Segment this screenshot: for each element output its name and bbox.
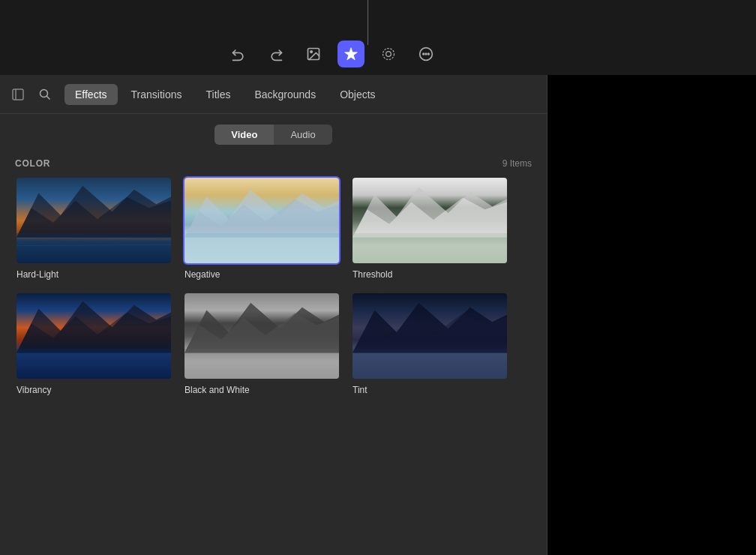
effects-panel: Effects Transitions Titles Backgrounds O…	[0, 75, 548, 555]
tab-effects[interactable]: Effects	[64, 84, 118, 105]
tab-objects[interactable]: Objects	[329, 84, 386, 105]
svg-line-11	[47, 96, 50, 99]
svg-rect-28	[184, 349, 339, 379]
color-section-title: COLOR	[15, 158, 50, 169]
effect-hard-light-label: Hard-Light	[15, 269, 172, 280]
effects-grid: Hard-Light Negative	[0, 176, 547, 410]
effect-vibrancy[interactable]: Vibrancy	[15, 292, 172, 395]
effect-black-and-white-label: Black and White	[183, 385, 340, 395]
effect-negative-thumbnail	[183, 176, 340, 265]
svg-rect-25	[16, 349, 171, 379]
media-button[interactable]	[300, 40, 327, 68]
right-panel	[548, 75, 756, 555]
effects-button[interactable]	[338, 40, 364, 68]
search-button[interactable]	[34, 84, 56, 105]
tab-transitions[interactable]: Transitions	[121, 84, 193, 105]
color-section-header: COLOR 9 Items	[0, 152, 547, 176]
more-button[interactable]	[412, 40, 440, 68]
svg-point-1	[310, 51, 313, 53]
svg-rect-31	[352, 349, 507, 379]
svg-rect-22	[352, 233, 507, 263]
svg-rect-19	[184, 233, 339, 263]
nav-bar: Effects Transitions Titles Backgrounds O…	[0, 75, 547, 114]
effect-tint-label: Tint	[351, 385, 508, 395]
svg-rect-14	[16, 233, 171, 263]
sidebar-toggle-button[interactable]	[8, 84, 28, 105]
toolbar-icon-row	[225, 40, 440, 68]
badge-button[interactable]	[375, 40, 402, 68]
effect-tint-thumbnail	[351, 292, 508, 380]
effect-vibrancy-thumbnail	[15, 292, 172, 380]
svg-point-3	[386, 52, 392, 57]
video-audio-toggle: Video Audio	[0, 114, 547, 152]
svg-point-6	[425, 53, 427, 55]
effect-threshold-thumbnail	[351, 176, 508, 265]
redo-button[interactable]	[262, 40, 290, 68]
effect-threshold[interactable]: Threshold	[351, 176, 508, 280]
video-toggle-button[interactable]: Video	[214, 124, 274, 145]
svg-point-5	[423, 53, 424, 55]
effect-negative[interactable]: Negative	[183, 176, 340, 280]
tab-titles[interactable]: Titles	[196, 84, 242, 105]
effect-negative-label: Negative	[183, 269, 340, 280]
color-section-count: 9 Items	[502, 158, 532, 169]
effect-black-and-white-thumbnail	[183, 292, 340, 380]
audio-toggle-button[interactable]: Audio	[274, 124, 332, 145]
vertical-connector-line	[368, 0, 368, 45]
top-toolbar	[0, 0, 756, 75]
effect-threshold-label: Threshold	[351, 269, 508, 280]
effect-vibrancy-label: Vibrancy	[15, 385, 172, 395]
undo-button[interactable]	[225, 40, 252, 68]
effect-hard-light-thumbnail	[15, 176, 172, 265]
svg-point-7	[428, 53, 430, 55]
effect-tint[interactable]: Tint	[351, 292, 508, 395]
effect-black-and-white[interactable]: Black and White	[183, 292, 340, 395]
effect-hard-light[interactable]: Hard-Light	[15, 176, 172, 280]
svg-point-2	[383, 49, 394, 60]
svg-rect-8	[13, 89, 23, 100]
tab-backgrounds[interactable]: Backgrounds	[244, 84, 326, 105]
